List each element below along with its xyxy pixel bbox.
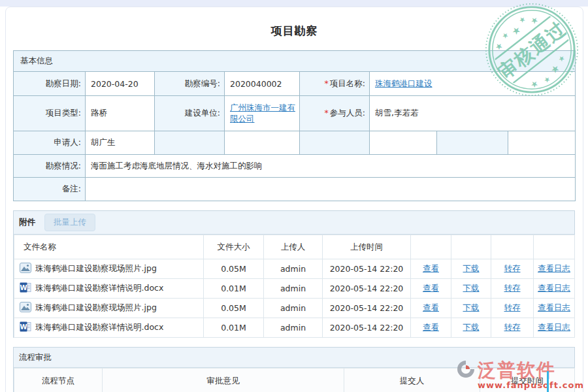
project-name-link[interactable]: 珠海鹤港口建设	[375, 78, 433, 88]
transfer-link[interactable]: 转存	[504, 302, 521, 312]
workflow-section: 流程审批 流程节点 审批意见 提交人 提交时间	[13, 347, 575, 392]
col-file-size: 文件大小	[204, 235, 264, 259]
survey-no-label: 勘察编号:	[155, 72, 225, 96]
col-uploader: 上传人	[264, 235, 323, 259]
image-file-icon	[20, 305, 31, 315]
empty-value-cell	[508, 131, 576, 155]
col-file-name: 文件名称	[14, 235, 204, 259]
project-name-label: *项目名称:	[300, 72, 370, 96]
view-link[interactable]: 查看	[423, 302, 439, 312]
attachments-table-header: 文件名称 文件大小 上传人 上传时间	[14, 235, 575, 259]
workflow-table: 流程节点 审批意见 提交人 提交时间	[14, 368, 575, 392]
svg-text:W: W	[20, 323, 27, 331]
upload-time-cell: 2020-05-14 22:20	[323, 259, 411, 279]
workflow-title: 流程审批	[14, 352, 52, 363]
attachments-title: 附件	[14, 217, 35, 228]
transfer-link[interactable]: 转存	[504, 263, 521, 273]
col-submitter: 提交人	[344, 368, 480, 392]
col-submit-time: 提交时间	[480, 368, 575, 392]
transfer-link[interactable]: 转存	[504, 322, 521, 332]
remark-value	[86, 178, 576, 201]
uploader-cell: admin	[264, 318, 323, 338]
required-mark: *	[325, 78, 329, 88]
remark-label: 备注:	[14, 178, 86, 201]
required-mark: *	[325, 108, 329, 118]
download-link[interactable]: 下载	[463, 283, 480, 293]
project-survey-page: { "page": { "title": "项目勘察" }, "stamp": …	[0, 0, 588, 392]
workflow-table-header: 流程节点 审批意见 提交人 提交时间	[14, 368, 575, 392]
view-log-link[interactable]: 查看日志	[538, 263, 570, 273]
download-link[interactable]: 下载	[463, 263, 480, 273]
col-upload-time: 上传时间	[323, 235, 411, 259]
applicant-label: 申请人:	[14, 131, 86, 155]
word-file-icon: W	[20, 286, 31, 295]
build-unit-link[interactable]: 广州珠海市一建有限公司	[230, 103, 295, 123]
situation-value: 海面施工考虑海底地层情况、海水对施工的影响	[86, 155, 576, 178]
basic-info-section: 基本信息 勘察日期: 2020-04-20 勘察编号: 2020040002 *…	[13, 50, 576, 201]
col-action-1	[411, 235, 451, 259]
view-log-link[interactable]: 查看日志	[538, 322, 570, 332]
file-name-cell: W珠海鹤港口建设勘察详情说明.docx	[14, 318, 204, 338]
file-name-cell: W珠海鹤港口建设勘察详情说明.docx	[14, 279, 204, 299]
basic-row-4: 勘察情况: 海面施工考虑海底地层情况、海水对施工的影响	[14, 155, 576, 178]
basic-row-3: 申请人: 胡广生	[14, 131, 576, 155]
view-link[interactable]: 查看	[423, 283, 439, 293]
transfer-link[interactable]: 转存	[504, 283, 521, 293]
empty-label-cell	[437, 131, 508, 155]
file-name-cell: 珠海鹤港口建设勘察现场照片.jpg	[14, 259, 204, 279]
participants-value: 胡雪,李若若	[370, 96, 576, 131]
col-action-2	[451, 235, 491, 259]
upload-time-cell: 2020-05-14 22:20	[323, 279, 411, 299]
attachment-row: 珠海鹤港口建设勘察现场照片.jpg 0.05M admin 2020-05-14…	[14, 259, 575, 279]
file-size-cell: 0.05M	[204, 259, 264, 279]
basic-row-1: 勘察日期: 2020-04-20 勘察编号: 2020040002 *项目名称:…	[14, 72, 576, 96]
attachment-row: W珠海鹤港口建设勘察详情说明.docx 0.01M admin 2020-05-…	[14, 279, 575, 299]
page-title: 项目勘察	[5, 24, 583, 39]
attachment-row: W珠海鹤港口建设勘察详情说明.docx 0.01M admin 2020-05-…	[14, 318, 575, 338]
download-link[interactable]: 下载	[463, 302, 480, 312]
basic-info-table: 基本信息 勘察日期: 2020-04-20 勘察编号: 2020040002 *…	[13, 50, 576, 201]
view-log-link[interactable]: 查看日志	[538, 283, 570, 293]
basic-row-5: 备注:	[14, 178, 576, 201]
survey-date-value: 2020-04-20	[86, 72, 155, 96]
file-size-cell: 0.05M	[204, 299, 264, 318]
uploader-cell: admin	[264, 259, 323, 279]
project-type-label: 项目类型:	[14, 96, 86, 131]
workflow-header-row: 流程审批	[14, 348, 574, 368]
file-name-cell: 珠海鹤港口建设勘察现场照片.jpg	[14, 299, 204, 318]
top-strip	[0, 0, 588, 7]
applicant-value: 胡广生	[86, 131, 155, 155]
batch-upload-button[interactable]: 批量上传	[44, 214, 95, 231]
survey-no-value: 2020040002	[225, 72, 300, 96]
basic-row-2: 项目类型: 路桥 建设单位: 广州珠海市一建有限公司 *参与人员: 胡雪,李若若	[14, 96, 576, 131]
participants-label: *参与人员:	[300, 96, 370, 131]
col-approval-opinion: 审批意见	[103, 368, 344, 392]
svg-text:W: W	[20, 284, 27, 291]
col-flow-node: 流程节点	[14, 368, 103, 392]
file-size-cell: 0.01M	[204, 279, 264, 299]
empty-label-cell	[155, 131, 225, 155]
view-link[interactable]: 查看	[423, 322, 439, 332]
col-action-3	[491, 235, 534, 259]
col-action-4	[534, 235, 575, 259]
attachments-header-row: 附件 批量上传	[14, 211, 574, 235]
attachments-table: 文件名称 文件大小 上传人 上传时间 珠海鹤港口建设勘察现场照片.jpg 0.0…	[14, 235, 575, 338]
basic-info-header: 基本信息	[14, 51, 576, 72]
upload-time-cell: 2020-05-14 22:20	[323, 318, 411, 338]
project-type-value: 路桥	[86, 96, 155, 131]
situation-label: 勘察情况:	[14, 155, 86, 178]
upload-time-cell: 2020-05-14 22:20	[323, 299, 411, 318]
empty-value-cell	[370, 131, 437, 155]
download-link[interactable]: 下载	[463, 322, 480, 332]
build-unit-label: 建设单位:	[155, 96, 225, 131]
view-log-link[interactable]: 查看日志	[538, 302, 570, 312]
view-link[interactable]: 查看	[423, 263, 439, 273]
survey-date-label: 勘察日期:	[14, 72, 86, 96]
uploader-cell: admin	[264, 279, 323, 299]
project-name-cell: 珠海鹤港口建设	[370, 72, 576, 96]
image-file-icon	[20, 266, 31, 276]
attachment-row: 珠海鹤港口建设勘察现场照片.jpg 0.05M admin 2020-05-14…	[14, 299, 575, 318]
uploader-cell: admin	[264, 299, 323, 318]
word-file-icon: W	[20, 325, 31, 335]
build-unit-cell: 广州珠海市一建有限公司	[225, 96, 300, 131]
